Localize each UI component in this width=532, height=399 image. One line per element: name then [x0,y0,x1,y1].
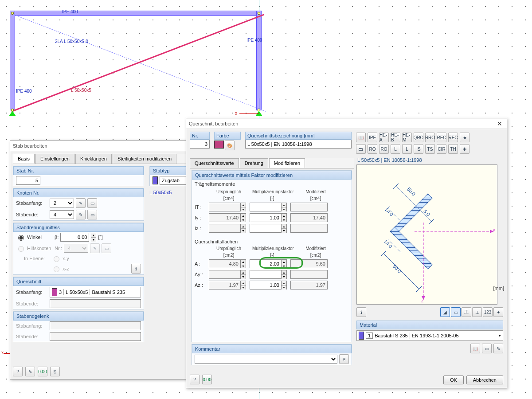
tab-knicklaengen[interactable]: Knicklängen [75,154,112,164]
spinner[interactable]: ▲▼ [241,203,246,211]
spinner[interactable]: ▲▼ [241,270,246,279]
spinner[interactable]: ▲▼ [282,224,287,233]
spinner[interactable]: ▲▼ [282,213,287,222]
spinner[interactable]: ▲▼ [241,213,246,222]
stabende-select[interactable]: 4 [50,210,74,219]
beta-spinner[interactable]: ▲▼ [91,233,96,242]
it-factor[interactable] [250,203,282,211]
iy-orig [209,213,241,222]
winkel-radio[interactable] [18,235,24,241]
spinner[interactable]: ▲▼ [282,281,287,289]
cancel-button[interactable]: Abbrechen [466,376,503,384]
stabanfang-label: Stabanfang: [16,200,48,206]
spinner[interactable]: ▲▼ [241,281,246,289]
stabtyp-color-icon [153,176,158,184]
qs-nr-input[interactable] [190,140,210,149]
user-icon[interactable]: ✚ [460,144,469,154]
kommentar-lib-icon[interactable]: ⎘ [339,354,349,364]
ro-icon[interactable]: RO [368,144,377,154]
ro2-icon[interactable]: RO [379,144,389,154]
spinner[interactable]: ▲▼ [241,259,246,268]
view1-icon[interactable]: ◢ [440,307,450,317]
new-icon[interactable]: ▭ [87,198,97,208]
tab-steifigkeiten[interactable]: Steifigkeiten modifizieren [113,154,176,164]
rec-icon[interactable]: REC [437,133,446,142]
mat-edit-icon[interactable]: ✎ [493,344,503,353]
ay-factor[interactable] [250,270,282,279]
a-factor[interactable] [250,259,282,268]
hilfsknoten-radio [18,246,24,252]
l-icon[interactable]: L [391,144,400,154]
info-icon[interactable]: ℹ [131,264,141,274]
tab-modifizieren[interactable]: Modifizieren [269,158,305,168]
spinner[interactable]: ▲▼ [282,270,287,279]
copy-icon[interactable]: ⎘ [50,367,60,376]
hem-icon[interactable]: HE-M [402,133,412,142]
th-icon[interactable]: TH [448,144,458,154]
info-icon[interactable]: ℹ [356,307,366,317]
view3-icon[interactable]: 工 [462,307,471,317]
iy-label: Iy : [195,215,209,220]
tab-basis[interactable]: Basis [13,154,35,164]
stabanfang-select[interactable]: 2 [50,199,74,207]
ok-button[interactable]: OK [443,376,464,384]
pick-icon[interactable]: ✎ [76,210,86,219]
heb-icon[interactable]: HE-B [391,133,400,142]
kommentar-select[interactable] [195,355,337,364]
spinner[interactable]: ▲▼ [241,224,246,233]
material-select[interactable]: 1 Baustahl S 235 EN 1993-1-1:2005-05 ▾ [356,330,503,341]
spinner[interactable]: ▲▼ [282,203,287,211]
qs-ende-input [50,299,141,308]
ts-icon[interactable]: TS [425,144,435,154]
iz-orig [209,224,241,233]
lib-icon[interactable]: 📖 [356,133,366,142]
fav-icon[interactable]: ★ [460,133,469,142]
view4-icon[interactable]: ⊥ [472,307,482,317]
iz-factor[interactable] [250,224,282,233]
u-dash-2: [-] [252,253,292,258]
color-swatch[interactable] [214,141,224,149]
iy-factor[interactable] [250,213,282,222]
knoten-header: Knoten Nr. [13,188,144,197]
view6-icon[interactable]: ✦ [493,307,503,317]
u-cm4-1: [cm4] [209,196,249,201]
tab-querschnittswerte[interactable]: Querschnittswerte [190,158,239,168]
it-label: IT : [195,204,209,210]
ipe-icon[interactable]: IPE [368,133,377,142]
values-icon[interactable]: 0.00 [38,367,47,376]
mat-new-icon[interactable]: ▭ [482,344,492,353]
help-icon[interactable]: ? [13,367,23,376]
bezeichnung-input[interactable] [245,140,352,149]
is-icon[interactable]: IS [414,144,423,154]
az-orig [209,281,241,289]
qs-anfang-box[interactable]: 3 L 50x50x5 Baustahl S 235 [50,287,141,297]
az-factor[interactable] [250,281,282,289]
pick-icon[interactable]: ✎ [76,198,86,208]
mat-lib-icon[interactable]: 📖 [470,344,480,353]
col-fac-2: Multiplizierungsfaktor [252,246,292,251]
tab-drehung[interactable]: Drehung [240,158,268,168]
rro-icon[interactable]: RRO [425,133,435,142]
values-icon[interactable]: 0.00 [202,375,212,384]
qs-num: 3 [59,289,62,295]
edit-icon[interactable]: ✎ [25,367,35,376]
spinner[interactable]: ▲▼ [282,259,287,268]
beta-input[interactable] [60,233,89,242]
qro-icon[interactable]: QRO [414,133,423,142]
hea-icon[interactable]: HE-A [379,133,389,142]
cir-icon[interactable]: CIR [437,144,446,154]
db-icon[interactable]: 🗃 [356,144,366,154]
view2-icon[interactable]: ▭ [451,307,461,317]
new-icon[interactable]: ▭ [87,210,97,219]
help-icon[interactable]: ? [190,375,200,384]
color-picker-icon[interactable]: 🎨 [225,141,235,150]
hilfsknoten-select: 4 [64,244,88,253]
close-icon[interactable]: ✕ [495,118,504,129]
new-icon: ▭ [102,243,111,253]
stabnr-input[interactable] [16,176,40,185]
tab-einstellungen[interactable]: Einstellungen [35,154,74,164]
ay-mod [290,270,328,279]
view5-icon[interactable]: 123 [483,307,493,317]
l2-icon[interactable]: L [402,144,412,154]
rec2-icon[interactable]: REC [448,133,458,142]
